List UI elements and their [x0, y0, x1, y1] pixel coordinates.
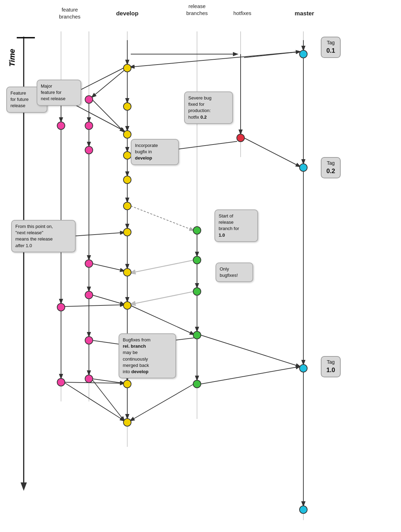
- node-fb4: [85, 259, 93, 268]
- node-d4: [123, 151, 131, 160]
- node-rel1: [193, 226, 201, 235]
- svg-line-66: [130, 52, 300, 67]
- node-rel2: [193, 256, 201, 264]
- col-label-master: master: [289, 10, 320, 17]
- callout-next-release: From this point on,"next release"means t…: [11, 220, 76, 252]
- col-label-release: releasebranches: [176, 3, 218, 16]
- node-d7: [123, 228, 131, 236]
- time-label-vertical: Time: [8, 49, 17, 67]
- tag-01: Tag 0.1: [321, 37, 341, 58]
- node-m2: [299, 163, 308, 172]
- svg-line-48: [131, 206, 194, 230]
- callout-only-bugfixes: Onlybugfixes!: [215, 263, 253, 282]
- node-d1: [123, 64, 131, 72]
- svg-line-64: [130, 384, 194, 421]
- tag-01-value: 0.1: [326, 46, 335, 55]
- callout-bugfixes-rel-branch: Bugfixes fromrel. branchmay becontinuous…: [119, 333, 176, 378]
- node-rel3: [193, 287, 201, 296]
- svg-line-60: [130, 305, 194, 334]
- node-m4: [299, 505, 308, 514]
- col-label-develop: develop: [112, 10, 143, 17]
- svg-line-63: [92, 379, 124, 421]
- node-d12: [123, 418, 131, 427]
- svg-line-50: [92, 264, 124, 271]
- callout-severe-bug: Severe bugfixed forproduction:hotfix 0.2: [184, 91, 233, 124]
- node-f1e: [57, 378, 65, 386]
- callout-major-feature: Majorfeature fornext release: [37, 80, 81, 106]
- node-m3: [299, 364, 308, 372]
- svg-line-42: [92, 99, 124, 132]
- node-d11: [123, 380, 131, 388]
- svg-line-62: [65, 383, 124, 421]
- svg-line-52: [65, 305, 124, 306]
- node-f1b: [57, 121, 65, 130]
- node-d6: [123, 202, 131, 210]
- tag-10: Tag 1.0: [321, 356, 341, 377]
- diagram-container: Time: [0, 0, 401, 532]
- node-fb7: [85, 375, 93, 383]
- node-fb3: [85, 146, 93, 154]
- node-hotfix1: [236, 134, 245, 142]
- node-f1d: [57, 303, 65, 311]
- col-label-hotfixes: hotfixes: [225, 10, 260, 17]
- svg-line-51: [92, 295, 124, 304]
- node-d3: [123, 130, 131, 139]
- node-rel5: [193, 380, 201, 388]
- callout-release-branch-start: Start ofreleasebranch for1.0: [214, 209, 258, 242]
- svg-line-45: [244, 52, 300, 58]
- node-fb2: [85, 121, 93, 130]
- tag-02: Tag 0.2: [321, 157, 341, 178]
- svg-line-58: [92, 379, 124, 383]
- tag-02-value: 0.2: [326, 167, 335, 176]
- node-fb5: [85, 291, 93, 299]
- node-m1: [299, 50, 308, 58]
- tag-10-label: Tag: [326, 359, 335, 366]
- svg-line-56: [201, 367, 300, 384]
- node-d2: [123, 102, 131, 111]
- svg-line-54: [130, 291, 194, 304]
- svg-line-55: [201, 335, 300, 367]
- node-fb6: [85, 336, 93, 345]
- node-fb1: [85, 95, 93, 104]
- svg-line-46: [244, 138, 300, 167]
- col-label-feature: featurebranches: [49, 6, 91, 20]
- node-d8: [123, 268, 131, 276]
- svg-line-40: [92, 70, 125, 97]
- node-d9: [123, 301, 131, 310]
- tag-10-value: 1.0: [326, 366, 335, 375]
- node-rel4: [193, 331, 201, 339]
- callout-incorporate-bugfix: Incorporatebugfix indevelop: [131, 139, 179, 165]
- tag-02-label: Tag: [326, 160, 335, 167]
- node-d5: [123, 176, 131, 184]
- tag-01-label: Tag: [326, 39, 335, 46]
- svg-line-53: [130, 260, 194, 273]
- svg-line-59: [65, 382, 124, 383]
